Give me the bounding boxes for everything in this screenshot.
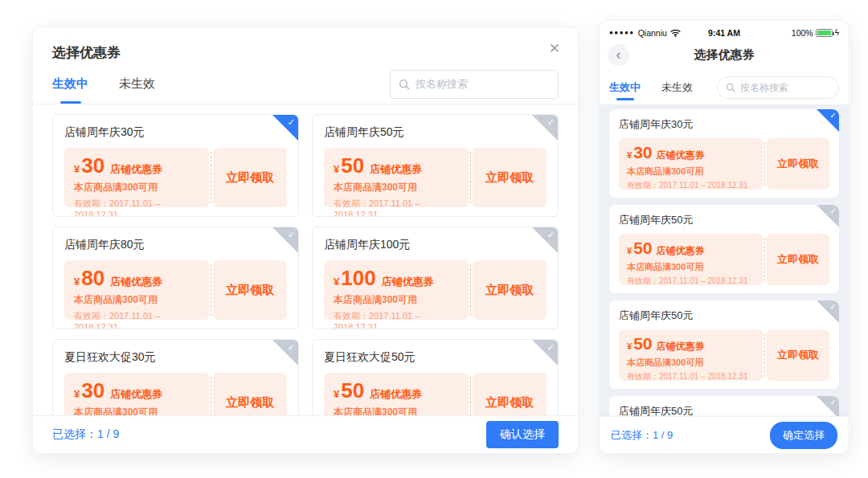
- coupon-card[interactable]: ✓ 店铺周年庆50元 ¥ 50 店铺优惠券 本店商品满300可用 有效期：201…: [609, 205, 839, 293]
- search-input[interactable]: [740, 82, 830, 93]
- coupon-stub: ¥ 50 店铺优惠券 本店商品满300可用 有效期：2017.11.01 – 2…: [619, 329, 763, 381]
- coupon-amount: 30: [633, 144, 652, 161]
- mobile-coupon-list: ✓ 店铺周年庆30元 ¥ 30 店铺优惠券 本店商品满300可用 有效期：201…: [600, 104, 849, 416]
- claim-button[interactable]: 立即领取: [767, 329, 829, 381]
- modal-header: 选择优惠券 ✕: [33, 27, 578, 64]
- currency-symbol: ¥: [74, 163, 80, 175]
- coupon-card[interactable]: ✓ 店铺周年庆50元 ¥ 50 店铺优惠券 本店商品满300可用 有效期：201…: [609, 396, 839, 416]
- ticket-notch: [467, 256, 474, 264]
- currency-symbol: ¥: [627, 150, 632, 160]
- check-icon: ✓: [288, 230, 295, 240]
- coupon-title: 夏日狂欢大促50元: [324, 350, 547, 365]
- coupon-type-label: 店铺优惠券: [382, 275, 434, 289]
- coupon-type-label: 店铺优惠券: [656, 244, 704, 258]
- coupon-type-label: 店铺优惠券: [110, 162, 162, 177]
- status-left: ●●●●● Qianniu: [609, 28, 681, 38]
- coupon-amount-row: ¥ 50 店铺优惠券: [334, 380, 459, 402]
- coupon-card[interactable]: ✓ 店铺周年庆50元 ¥ 50 店铺优惠券 本店商品满300可用 有效期：201…: [312, 114, 559, 217]
- coupon-validity: 有效期：2017.11.01 – 2018.12.31: [74, 198, 199, 217]
- check-icon: ✓: [547, 230, 555, 240]
- coupon-type-label: 店铺优惠券: [656, 149, 704, 162]
- ticket-notch: [467, 204, 474, 211]
- coupon-ticket: ¥ 50 店铺优惠券 本店商品满300可用 有效期：2017.11.01 – 2…: [324, 148, 547, 207]
- coupon-ticket: ¥ 30 店铺优惠券 本店商品满300可用 有效期：2017.11.01 – 2…: [64, 148, 287, 207]
- coupon-card[interactable]: ✓ 店铺周年庆30元 ¥ 30 店铺优惠券 本店商品满300可用 有效期：201…: [52, 114, 299, 217]
- coupon-condition: 本店商品满300可用: [74, 181, 199, 194]
- coupon-stub: ¥ 100 店铺优惠券 本店商品满300可用 有效期：2017.11.01 – …: [324, 260, 469, 320]
- coupon-amount: 50: [341, 155, 364, 176]
- coupon-amount: 50: [633, 239, 652, 256]
- coupon-condition: 本店商品满300可用: [627, 357, 755, 369]
- coupon-card[interactable]: ✓ 夏日狂欢大促30元 ¥ 30 店铺优惠券 本店商品满300可用 有效期：20…: [52, 339, 299, 415]
- coupon-card[interactable]: ✓ 夏日狂欢大促50元 ¥ 50 店铺优惠券 本店商品满300可用 有效期：20…: [312, 339, 559, 415]
- close-icon[interactable]: ✕: [549, 42, 560, 55]
- coupon-validity: 有效期：2017.11.01 – 2018.12.31: [627, 180, 755, 191]
- carrier-label: Qianniu: [638, 28, 667, 38]
- tab-active-coupons[interactable]: 生效中: [609, 71, 641, 104]
- coupon-card[interactable]: ✓ 店铺周年庆100元 ¥ 100 店铺优惠券 本店商品满300可用 有效期：2…: [312, 227, 559, 329]
- nav-bar: ‹ 选择优惠券: [600, 40, 849, 71]
- coupon-ticket: ¥ 50 店铺优惠券 本店商品满300可用 有效期：2017.11.01 – 2…: [619, 234, 829, 285]
- coupon-card[interactable]: ✓ 店铺周年庆80元 ¥ 80 店铺优惠券 本店商品满300可用 有效期：201…: [52, 227, 299, 329]
- coupon-amount: 30: [81, 155, 104, 176]
- claim-button[interactable]: 立即领取: [767, 234, 829, 285]
- coupon-title: 店铺周年庆30元: [619, 117, 829, 132]
- ticket-notch: [762, 135, 768, 141]
- signal-dots-icon: ●●●●●: [609, 30, 635, 36]
- tab-label: 未生效: [661, 80, 693, 95]
- ticket-notch: [207, 317, 215, 324]
- ticket-notch: [762, 231, 768, 237]
- coupon-amount: 50: [341, 380, 364, 401]
- check-icon: ✓: [547, 117, 555, 128]
- coupon-title: 店铺周年庆30元: [64, 125, 287, 140]
- claim-button[interactable]: 立即领取: [473, 260, 547, 320]
- ticket-notch: [762, 186, 768, 193]
- status-bar: ●●●●● Qianniu 9:41 AM 100% ϟ: [600, 21, 849, 40]
- coupon-validity: 有效期：2017.11.01 – 2018.12.31: [74, 310, 199, 329]
- status-right: 100% ϟ: [792, 28, 839, 38]
- coupon-condition: 本店商品满300可用: [627, 261, 755, 273]
- coupon-title: 夏日狂欢大促30元: [64, 350, 287, 365]
- ticket-notch: [467, 369, 474, 376]
- coupon-amount-row: ¥ 30 店铺优惠券: [74, 380, 199, 402]
- tab-label: 未生效: [119, 76, 155, 92]
- ticket-notch: [207, 144, 215, 151]
- coupon-type-label: 店铺优惠券: [110, 387, 162, 402]
- search-icon: [399, 79, 410, 90]
- wifi-icon: [670, 29, 681, 37]
- coupon-card[interactable]: ✓ 店铺周年庆30元 ¥ 30 店铺优惠券 本店商品满300可用 有效期：201…: [609, 109, 839, 198]
- battery-percent: 100%: [792, 28, 813, 38]
- claim-button[interactable]: 立即领取: [473, 148, 547, 207]
- tab-inactive-coupons[interactable]: 未生效: [119, 64, 155, 104]
- claim-button[interactable]: 立即领取: [213, 148, 287, 207]
- search-input[interactable]: [416, 78, 557, 90]
- coupon-ticket: ¥ 50 店铺优惠券 本店商品满300可用 有效期：2017.11.01 – 2…: [324, 373, 547, 415]
- coupon-condition: 本店商品满300可用: [74, 406, 199, 415]
- check-icon: ✓: [830, 111, 837, 120]
- coupon-condition: 本店商品满300可用: [74, 293, 199, 307]
- ticket-notch: [762, 378, 768, 384]
- coupon-card[interactable]: ✓ 店铺周年庆50元 ¥ 50 店铺优惠券 本店商品满300可用 有效期：201…: [609, 300, 839, 389]
- coupon-ticket: ¥ 30 店铺优惠券 本店商品满300可用 有效期：2017.11.01 – 2…: [64, 373, 287, 415]
- coupon-condition: 本店商品满300可用: [334, 181, 459, 194]
- ticket-notch: [762, 326, 768, 333]
- coupon-title: 店铺周年庆50元: [619, 213, 829, 227]
- tab-active-coupons[interactable]: 生效中: [52, 64, 88, 104]
- coupon-condition: 本店商品满300可用: [627, 165, 755, 178]
- tab-label: 生效中: [52, 76, 88, 92]
- confirm-button[interactable]: 确认选择: [486, 421, 559, 448]
- selected-count: 已选择：1 / 9: [52, 427, 119, 442]
- claim-button[interactable]: 立即领取: [767, 138, 829, 190]
- search-box[interactable]: [390, 70, 559, 99]
- coupon-validity: 有效期：2017.11.01 – 2018.12.31: [627, 276, 755, 287]
- back-button[interactable]: ‹: [608, 44, 629, 66]
- coupon-amount: 30: [81, 380, 104, 401]
- confirm-button[interactable]: 确定选择: [770, 422, 837, 449]
- claim-button[interactable]: 立即领取: [473, 373, 547, 415]
- claim-button[interactable]: 立即领取: [213, 373, 287, 415]
- check-icon: ✓: [547, 342, 555, 353]
- tab-inactive-coupons[interactable]: 未生效: [661, 71, 693, 104]
- coupon-amount-row: ¥ 50 店铺优惠券: [627, 239, 755, 258]
- claim-button[interactable]: 立即领取: [213, 260, 287, 320]
- search-box[interactable]: [717, 76, 839, 99]
